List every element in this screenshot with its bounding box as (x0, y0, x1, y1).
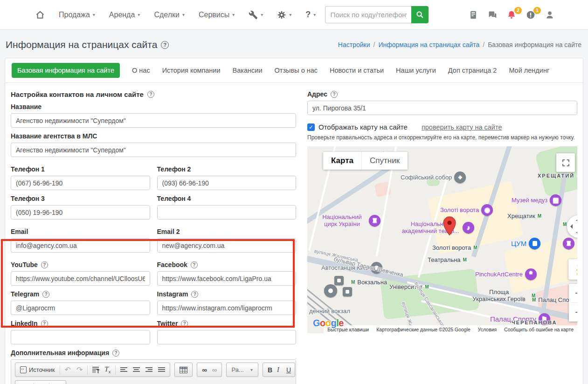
tab-vacancies[interactable]: Вакансии (233, 67, 263, 74)
menu-rent[interactable]: Аренда▾ (109, 11, 140, 19)
messages-button[interactable] (488, 10, 497, 20)
notifications-button[interactable]: 2 (507, 10, 516, 20)
shopping-marker-icon[interactable] (529, 238, 540, 249)
instagram-field[interactable] (157, 301, 297, 315)
menu-sales[interactable]: Продажа▾ (59, 11, 95, 19)
link-button[interactable]: ∞ (200, 365, 209, 375)
help-icon[interactable]: ? (331, 91, 338, 98)
paste-text-button[interactable] (90, 366, 101, 374)
menu-services[interactable]: Сервисы▾ (199, 11, 235, 19)
tab-services[interactable]: Наши услуги (396, 67, 436, 74)
help-icon[interactable]: ? (147, 91, 154, 98)
help-icon[interactable]: ? (161, 41, 169, 49)
search-input[interactable] (325, 6, 411, 23)
align-center-button[interactable] (131, 366, 142, 374)
format-dropdown[interactable]: Ра... ▾ (229, 366, 256, 373)
help-icon[interactable]: ? (42, 291, 49, 298)
zoom-out-button[interactable]: − (569, 303, 577, 322)
undo-button[interactable]: ↶ (62, 364, 73, 375)
help-icon[interactable]: ? (191, 261, 198, 268)
cathedral-marker-icon[interactable]: + (454, 171, 466, 183)
name-field[interactable] (11, 113, 296, 128)
help-icon[interactable]: ? (181, 320, 188, 327)
train-marker-icon[interactable] (343, 287, 352, 296)
phone4-field[interactable] (157, 205, 297, 219)
station-marker-icon[interactable] (324, 284, 337, 297)
fullscreen-button[interactable] (556, 153, 575, 172)
underline-button[interactable]: U (284, 365, 292, 375)
satellite-view-button[interactable]: Спутник (361, 152, 408, 170)
tab-extra-page[interactable]: Доп страница 2 (448, 67, 497, 74)
street-view-pegman[interactable] (568, 259, 577, 280)
museum-marker-icon[interactable]: ▦ (550, 194, 561, 206)
music-marker-icon[interactable]: ♪ (463, 222, 474, 233)
question-icon: ? (305, 10, 311, 20)
alerts-button[interactable]: 1 (526, 10, 535, 20)
help-icon[interactable]: ? (112, 350, 119, 357)
tab-landing[interactable]: Мой лендинг (509, 67, 549, 74)
tab-news[interactable]: Новости и статьи (330, 67, 384, 74)
align-left-button[interactable] (118, 366, 130, 374)
search-button[interactable] (411, 6, 429, 23)
special-char-button[interactable]: Ω (36, 383, 47, 384)
source-button[interactable]: Источник (18, 365, 57, 374)
main-card: Базовая информация на сайте О нас Истори… (5, 58, 583, 384)
breadcrumb-settings[interactable]: Настройки (338, 41, 370, 48)
youtube-field[interactable] (11, 271, 150, 286)
tab-basic-info[interactable]: Базовая информация на сайте (12, 63, 120, 78)
camera-marker-icon[interactable]: ◉ (481, 204, 493, 216)
menu-settings[interactable]: ▾ (277, 10, 291, 20)
zoom-control: + − (569, 284, 577, 322)
remove-format-button[interactable]: Tx (102, 364, 113, 375)
alerts-badge: 1 (533, 7, 541, 14)
terms-link[interactable]: Условия (478, 327, 497, 332)
tab-history[interactable]: История компании (162, 67, 221, 74)
check-map-link[interactable]: проверить карту на сайте (422, 123, 502, 131)
zoom-in-button[interactable]: + (569, 284, 577, 302)
tab-about[interactable]: О нас (132, 67, 150, 74)
chevron-down-icon: ▾ (138, 13, 140, 17)
help-icon[interactable]: ? (191, 291, 198, 298)
profile-button[interactable] (545, 10, 554, 20)
home-button[interactable] (35, 10, 45, 20)
redo-button[interactable]: ↷ (74, 364, 85, 375)
chevron-down-icon: ▾ (289, 13, 291, 17)
italic-button[interactable]: I (275, 365, 283, 375)
map-pin[interactable] (443, 216, 456, 236)
twitter-field[interactable] (157, 330, 297, 344)
tab-reviews[interactable]: Отзывы о нас (274, 67, 318, 74)
address-field[interactable] (307, 101, 577, 115)
facebook-field[interactable] (157, 271, 297, 286)
help-icon[interactable]: ? (41, 320, 48, 327)
menu-deals[interactable]: Сделки▾ (154, 11, 185, 19)
tab-bar: Базовая информация на сайте О нас Истори… (5, 58, 583, 83)
bold-button[interactable]: B (265, 365, 274, 375)
pan-control[interactable] (567, 215, 577, 238)
phone1-field[interactable] (11, 176, 150, 190)
rook-marker-icon[interactable]: ♜ (563, 238, 574, 249)
journal-button[interactable] (469, 10, 478, 20)
linkedin-field[interactable] (11, 330, 150, 344)
map-view-button[interactable]: Карта (323, 152, 361, 170)
show-map-checkbox[interactable]: ✓ (307, 123, 315, 131)
phone2-field[interactable] (157, 176, 297, 190)
align-right-button[interactable] (143, 366, 155, 374)
telegram-field[interactable] (11, 301, 150, 315)
train-marker-icon[interactable] (334, 276, 344, 285)
google-map[interactable]: ьців Софійський собор + ХРЕЩАТИЙ ЯР Музе… (307, 146, 577, 333)
justify-button[interactable] (156, 366, 167, 374)
circus-marker-icon[interactable]: ♜ (369, 215, 380, 226)
phone3-field[interactable] (11, 205, 150, 219)
email-field[interactable] (11, 238, 150, 253)
mls-name-field[interactable] (11, 143, 296, 157)
map-type-control: Карта Спутник (323, 152, 408, 170)
table-button[interactable] (177, 366, 190, 374)
art-marker-icon[interactable]: * (525, 268, 537, 280)
report-error-link[interactable]: Сообщить об ошибке на карте (504, 327, 574, 332)
email2-field[interactable] (157, 238, 297, 253)
unlink-button[interactable]: ∞ (210, 365, 219, 375)
help-icon[interactable]: ? (41, 261, 48, 268)
menu-tools[interactable]: ▾ (249, 10, 263, 20)
breadcrumb-site-info[interactable]: Информация на страницах сайта (378, 41, 479, 48)
menu-help[interactable]: ? ▾ (305, 10, 316, 20)
